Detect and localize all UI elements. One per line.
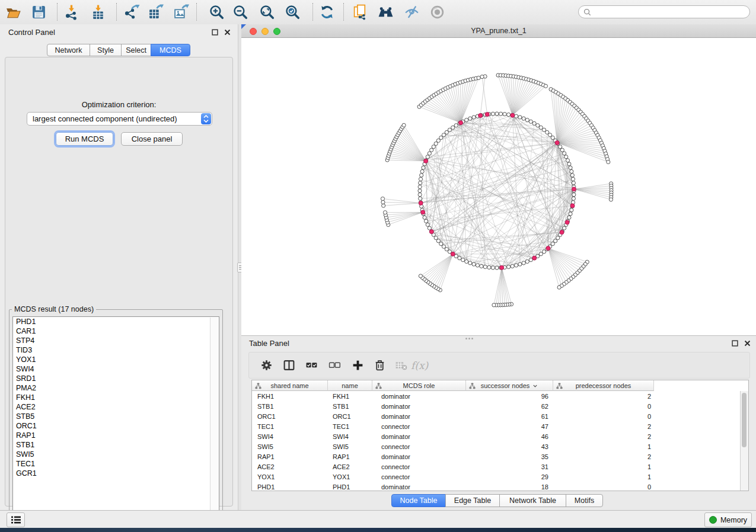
network-node[interactable] <box>468 261 472 265</box>
import-table-button[interactable] <box>87 2 109 22</box>
network-node[interactable] <box>458 257 461 260</box>
zoom-in-button[interactable] <box>205 2 228 22</box>
network-node[interactable] <box>492 303 496 307</box>
network-node[interactable] <box>483 265 487 268</box>
mcds-result-item[interactable]: RAP1 <box>13 431 219 440</box>
mcds-node[interactable] <box>421 210 425 214</box>
mcds-result-item[interactable]: SWI4 <box>13 364 219 374</box>
tab-network-table[interactable]: Network Table <box>499 494 566 507</box>
tab-network[interactable]: Network <box>47 44 90 56</box>
mcds-result-item[interactable]: TID3 <box>13 345 219 355</box>
network-node[interactable] <box>507 113 511 116</box>
network-node[interactable] <box>522 117 525 120</box>
network-node[interactable] <box>476 264 479 267</box>
network-node[interactable] <box>529 120 532 123</box>
network-node[interactable] <box>419 177 422 181</box>
network-node[interactable] <box>571 177 575 181</box>
column-header-MCDS-role[interactable]: MCDS role <box>372 380 466 391</box>
table-row[interactable]: RAP1RAP1dominator352 <box>252 451 748 462</box>
table-row[interactable]: STB1STB1dominator620 <box>252 401 748 411</box>
mcds-result-item[interactable]: ACE2 <box>13 402 219 412</box>
network-node[interactable] <box>419 181 422 185</box>
mcds-node[interactable] <box>572 187 576 191</box>
network-node[interactable] <box>428 226 431 230</box>
save-session-button[interactable] <box>27 2 50 22</box>
network-node[interactable] <box>418 185 422 188</box>
table-settings-button[interactable] <box>257 357 275 373</box>
tab-node-table[interactable]: Node Table <box>391 494 446 507</box>
mcds-node[interactable] <box>511 113 515 117</box>
table-row[interactable]: YOX1YOX1connector291 <box>252 472 748 482</box>
network-node[interactable] <box>536 124 540 127</box>
table-row[interactable]: TEC1TEC1connector472 <box>252 421 748 431</box>
network-node[interactable] <box>418 193 422 196</box>
mcds-node[interactable] <box>500 265 504 270</box>
mcds-node[interactable] <box>532 256 537 260</box>
tab-select[interactable]: Select <box>121 44 151 56</box>
network-node[interactable] <box>570 169 573 173</box>
mcds-result-item[interactable]: SRD1 <box>13 374 219 383</box>
network-node[interactable] <box>572 193 576 196</box>
network-node[interactable] <box>566 159 569 162</box>
network-from-selection-button[interactable] <box>349 2 371 22</box>
float-table-panel-icon[interactable] <box>731 339 738 347</box>
mcds-node[interactable] <box>546 246 550 251</box>
network-node[interactable] <box>518 116 522 119</box>
mcds-node[interactable] <box>485 113 489 117</box>
network-node[interactable] <box>572 181 575 185</box>
mcds-result-item[interactable]: SWI5 <box>13 450 219 459</box>
network-node[interactable] <box>430 148 433 152</box>
network-node[interactable] <box>491 112 495 116</box>
network-node[interactable] <box>419 197 422 200</box>
export-table-button[interactable] <box>144 2 167 22</box>
tab-style[interactable]: Style <box>90 44 122 56</box>
export-image-button[interactable] <box>170 2 192 22</box>
network-node[interactable] <box>402 123 406 127</box>
network-node[interactable] <box>609 198 613 201</box>
network-node[interactable] <box>539 252 543 256</box>
network-node[interactable] <box>525 259 529 263</box>
close-panel-button[interactable]: Close panel <box>121 132 183 146</box>
network-node[interactable] <box>480 75 484 79</box>
network-node[interactable] <box>495 266 499 270</box>
network-node[interactable] <box>570 208 573 211</box>
mcds-result-item[interactable]: GCR1 <box>13 469 219 478</box>
export-network-button[interactable] <box>120 2 143 22</box>
network-node[interactable] <box>382 204 385 207</box>
network-node[interactable] <box>514 114 518 118</box>
network-node[interactable] <box>426 155 429 159</box>
network-node[interactable] <box>472 116 476 119</box>
network-node[interactable] <box>418 189 422 193</box>
network-node[interactable] <box>572 197 575 200</box>
network-node[interactable] <box>499 112 502 116</box>
search-box[interactable] <box>578 5 750 18</box>
open-file-button[interactable] <box>2 2 24 22</box>
mcds-node[interactable] <box>555 140 559 145</box>
network-node[interactable] <box>465 118 468 121</box>
network-node[interactable] <box>570 174 574 177</box>
network-node[interactable] <box>420 169 424 173</box>
network-node[interactable] <box>532 121 536 125</box>
network-node[interactable] <box>514 264 518 267</box>
add-column-button[interactable] <box>349 357 366 373</box>
network-node[interactable] <box>432 145 435 149</box>
network-node[interactable] <box>424 219 428 223</box>
mcds-result-item[interactable]: STB5 <box>13 412 219 421</box>
deselect-all-button[interactable] <box>326 357 343 373</box>
table-row[interactable]: SWI5SWI5connector431 <box>252 441 748 451</box>
mcds-node[interactable] <box>429 230 433 234</box>
network-node[interactable] <box>539 126 543 129</box>
tab-mcds[interactable]: MCDS <box>151 44 190 56</box>
close-panel-icon[interactable] <box>224 28 231 36</box>
network-node[interactable] <box>487 265 491 269</box>
tab-edge-table[interactable]: Edge Table <box>445 494 500 507</box>
network-node[interactable] <box>563 226 566 230</box>
network-node[interactable] <box>422 166 425 169</box>
network-node[interactable] <box>461 258 465 262</box>
network-node[interactable] <box>511 264 514 268</box>
network-node[interactable] <box>465 259 468 263</box>
mcds-node[interactable] <box>458 121 462 125</box>
mcds-node[interactable] <box>570 204 575 208</box>
search-input[interactable] <box>594 7 749 17</box>
network-node[interactable] <box>420 174 423 177</box>
